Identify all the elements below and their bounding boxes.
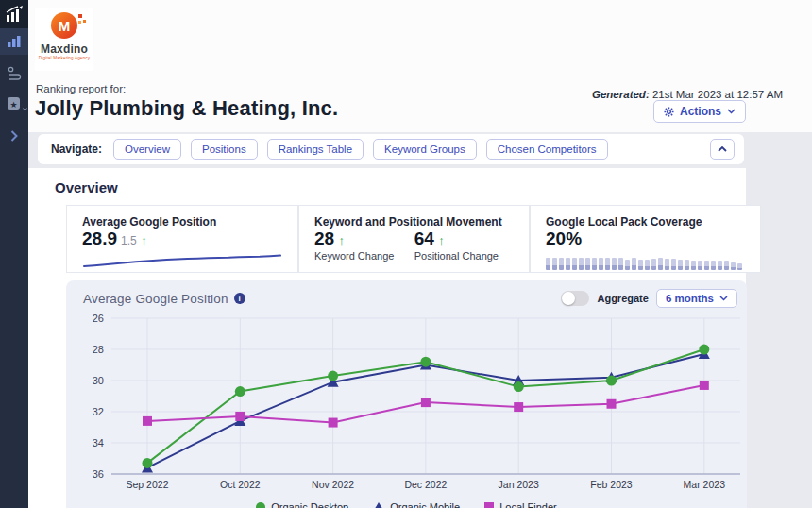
rankings-chart-icon	[7, 35, 22, 48]
range-dropdown[interactable]: 6 months	[656, 289, 737, 308]
positional-change-block: 64 ↑ Positional Change	[414, 229, 499, 262]
local-pack-bar	[698, 261, 702, 270]
sidebar-item-rankings[interactable]	[0, 28, 28, 55]
svg-text:Nov 2022: Nov 2022	[312, 479, 354, 490]
tab-keyword-groups[interactable]: Keyword Groups	[373, 139, 477, 160]
bar-chart-growth-icon	[5, 6, 24, 23]
generated-timestamp: Generated: 21st Mar 2023 at 12:57 AM	[592, 89, 783, 100]
logo-pixel	[78, 14, 82, 18]
chevron-down-icon	[719, 296, 728, 301]
svg-text:28: 28	[93, 344, 104, 355]
square-marker-icon	[484, 502, 494, 508]
stat-cards-row: Average Google Position 28.91.5 ↑ Keywor…	[66, 205, 761, 273]
local-pack-bar	[592, 258, 597, 270]
movement-card[interactable]: Keyword and Positional Movement 28 ↑ Key…	[298, 205, 530, 273]
sidebar: ★	[0, 0, 28, 508]
star-badge-icon: ★	[7, 96, 23, 111]
legend-label: Organic Desktop	[271, 501, 348, 508]
tab-positions[interactable]: Positions	[191, 139, 258, 160]
avg-position-card[interactable]: Average Google Position 28.91.5 ↑	[66, 205, 298, 273]
svg-text:32: 32	[93, 406, 104, 417]
report-for-label: Ranking report for:	[36, 83, 126, 94]
local-pack-bar	[605, 258, 610, 270]
legend-item-organic-mobile[interactable]: Organic Mobile	[373, 501, 460, 508]
chevron-up-icon	[718, 146, 727, 152]
local-pack-bar	[671, 259, 676, 270]
tab-chosen-competitors[interactable]: Chosen Competitors	[486, 139, 608, 160]
svg-text:34: 34	[93, 437, 104, 449]
local-pack-bar	[711, 261, 716, 270]
page-title: Jolly Plumbing & Heating, Inc.	[35, 96, 338, 121]
local-pack-bar	[737, 263, 742, 270]
avg-position-delta: 1.5	[121, 234, 137, 247]
chart-controls: Aggregate 6 months	[561, 289, 737, 308]
local-pack-bar	[559, 258, 564, 270]
local-pack-bar	[645, 260, 650, 270]
local-pack-bar	[731, 262, 736, 270]
local-pack-bar	[546, 258, 550, 270]
actions-button[interactable]: Actions	[653, 100, 746, 123]
aggregate-toggle[interactable]	[561, 291, 589, 306]
sidebar-expand-button[interactable]	[0, 123, 28, 149]
local-pack-bar	[618, 258, 623, 270]
svg-text:30: 30	[93, 375, 104, 386]
local-pack-bar	[638, 260, 643, 270]
local-pack-bar	[658, 258, 663, 270]
chevron-right-icon	[10, 130, 18, 142]
position-chart-panel: Average Google Position i Aggregate 6 mo…	[66, 280, 747, 508]
agency-name: Maxdino	[41, 42, 88, 56]
local-pack-bar	[691, 261, 696, 270]
svg-text:Feb 2023: Feb 2023	[590, 479, 633, 490]
local-pack-bar	[585, 258, 590, 270]
actions-label: Actions	[680, 105, 721, 118]
tab-rankings-table[interactable]: Rankings Table	[267, 139, 364, 160]
local-pack-bar	[599, 258, 603, 270]
local-pack-bar	[552, 258, 557, 270]
sidebar-item-reviews[interactable]: ★	[0, 91, 28, 117]
tab-overview[interactable]: Overview	[113, 139, 181, 160]
local-pack-bar	[632, 258, 636, 270]
position-line-chart: 262830323436Sep 2022Oct 2022Nov 2022Dec …	[66, 309, 747, 494]
svg-text:26: 26	[93, 313, 104, 324]
maxdino-logo-mark: M	[51, 12, 77, 39]
avg-position-title: Average Google Position	[82, 215, 284, 229]
range-value: 6 months	[666, 293, 714, 304]
svg-text:Jan 2023: Jan 2023	[499, 479, 539, 490]
svg-text:Mar 2023: Mar 2023	[684, 479, 726, 490]
local-pack-bar	[704, 261, 709, 270]
route-pin-icon	[7, 66, 22, 81]
chevron-down-icon	[23, 108, 27, 111]
keyword-change-block: 28 ↑ Keyword Change	[314, 229, 394, 262]
content-area: Overview Average Google Position 28.91.5…	[28, 168, 812, 508]
local-pack-bar	[665, 259, 669, 270]
chart-legend: Organic DesktopOrganic MobileLocal Finde…	[66, 498, 747, 508]
logo-letter: M	[59, 18, 71, 34]
local-pack-bar	[566, 258, 570, 270]
local-pack-bar	[625, 260, 630, 270]
app-logo[interactable]	[0, 0, 28, 28]
info-icon[interactable]: i	[234, 293, 245, 304]
overview-heading: Overview	[55, 179, 746, 195]
legend-item-organic-desktop[interactable]: Organic Desktop	[256, 501, 348, 508]
local-pack-title: Google Local Pack Coverage	[546, 215, 747, 229]
gear-icon	[664, 107, 674, 117]
local-pack-bar	[724, 261, 729, 270]
svg-text:Sep 2022: Sep 2022	[127, 479, 169, 490]
local-pack-bars	[546, 255, 747, 270]
collapse-navigate-button[interactable]	[710, 139, 735, 160]
local-pack-bar	[572, 258, 577, 270]
keyword-change-value: 28	[314, 229, 334, 248]
sidebar-item-locations[interactable]	[0, 60, 28, 87]
generated-label: Generated:	[592, 89, 650, 100]
navigate-strip: Navigate: Overview Positions Rankings Ta…	[28, 132, 812, 168]
local-pack-bar	[651, 259, 656, 270]
local-pack-bar	[678, 260, 683, 270]
legend-label: Local Finder	[499, 501, 557, 508]
svg-text:Dec 2022: Dec 2022	[404, 479, 447, 490]
legend-item-local-finder[interactable]: Local Finder	[484, 501, 557, 508]
keyword-change-label: Keyword Change	[314, 250, 394, 262]
movement-values: 28 ↑ Keyword Change 64 ↑ Positional Chan…	[314, 229, 516, 262]
logo-pixel	[78, 21, 81, 24]
overview-panel: Overview Average Google Position 28.91.5…	[28, 168, 746, 508]
local-pack-card[interactable]: Google Local Pack Coverage 20%	[530, 205, 761, 273]
